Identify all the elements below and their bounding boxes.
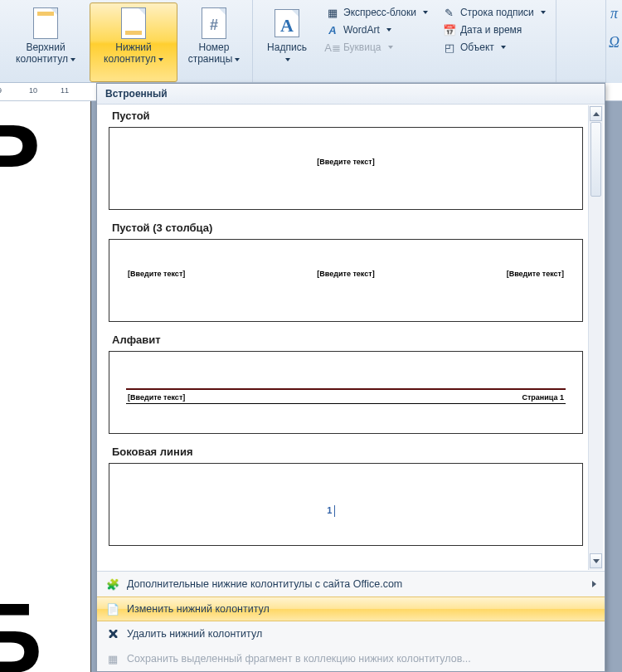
placeholder-text: [Введите текст] <box>317 270 374 311</box>
ruler-mark: 11 <box>61 86 69 95</box>
save-gallery-icon: ▦ <box>105 651 120 666</box>
textbox-button[interactable]: A Надпись <box>255 2 319 82</box>
chevron-down-icon <box>593 559 600 563</box>
decorative-line <box>126 403 566 404</box>
text-column-2: ✎ Строка подписи 📅 Дата и время ◰ Объект <box>436 2 554 82</box>
text-column-1: ▦ Экспресс-блоки A WordArt A≣ Буквица <box>319 2 436 82</box>
edit-footer-menu-item[interactable]: 📄 Изменить нижний колонтитул <box>97 597 605 621</box>
footer-gallery-dropdown: Встроенный Пустой [Введите текст] Пустой… <box>96 83 605 672</box>
object-icon: ◰ <box>443 41 456 54</box>
ruler-mark: 9 <box>0 86 2 95</box>
page-number-mark: 1 <box>327 505 335 517</box>
gallery-section-header: Встроенный <box>97 84 605 105</box>
page-label: Страница 1 <box>522 393 564 402</box>
signature-line-button[interactable]: ✎ Строка подписи <box>440 4 549 21</box>
document-icon: 📄 <box>105 601 120 616</box>
document-icon <box>119 7 148 40</box>
ribbon-group-text: A Надпись ▦ Экспресс-блоки A WordArt A≣ … <box>253 0 556 82</box>
chevron-down-icon <box>235 58 240 61</box>
placeholder-text: [Введите текст] <box>128 393 185 402</box>
hash-document-icon: # <box>200 7 228 40</box>
quick-parts-label: Экспресс-блоки <box>343 7 416 18</box>
gallery-preview: [Введите текст] Страница 1 <box>109 351 583 434</box>
document-text: Б <box>0 588 42 672</box>
gallery-item-sideline[interactable]: Боковая линия 1 <box>109 446 583 546</box>
gallery-item-empty-3col[interactable]: Пустой (3 столбца) [Введите текст] [Введ… <box>109 222 583 322</box>
gallery-item-title: Пустой (3 столбца) <box>112 222 583 234</box>
gallery-item-title: Алфавит <box>112 334 583 346</box>
ribbon-group-symbols: π Ω <box>605 0 622 83</box>
chevron-right-icon <box>592 581 596 587</box>
quick-parts-icon: ▦ <box>326 6 339 19</box>
quick-parts-button[interactable]: ▦ Экспресс-блоки <box>323 4 431 21</box>
document-page[interactable]: Ь Б <box>0 101 91 672</box>
gallery-body: Пустой [Введите текст] Пустой (3 столбца… <box>97 105 605 571</box>
gallery-item-empty[interactable]: Пустой [Введите текст] <box>109 110 583 210</box>
menu-item-label: Сохранить выделенный фрагмент в коллекци… <box>127 653 471 665</box>
menu-item-label: Удалить нижний колонтитул <box>127 628 262 640</box>
gallery-item-alphabet[interactable]: Алфавит [Введите текст] Страница 1 <box>109 334 583 434</box>
chevron-down-icon <box>158 58 163 61</box>
placeholder-text: [Введите текст] <box>317 158 374 199</box>
ribbon: Верхний колонтитул Нижний колонтитул # Н… <box>0 0 622 83</box>
placeholder-text: [Введите текст] <box>507 270 564 311</box>
scroll-thumb[interactable] <box>590 122 601 197</box>
dropcap-label: Буквица <box>343 41 381 53</box>
signature-icon: ✎ <box>443 6 456 19</box>
footer-button[interactable]: Нижний колонтитул <box>90 2 177 82</box>
decorative-line <box>126 388 566 390</box>
chevron-down-icon <box>388 46 393 49</box>
chevron-down-icon <box>423 11 428 14</box>
gallery-item-title: Боковая линия <box>112 446 583 458</box>
gallery-item-title: Пустой <box>112 110 583 122</box>
date-time-button[interactable]: 📅 Дата и время <box>440 22 549 38</box>
header-button-label-2: колонтитул <box>16 53 68 65</box>
delete-footer-menu-item[interactable]: 🗙 Удалить нижний колонтитул <box>97 621 605 646</box>
document-text: Ь <box>0 101 41 182</box>
page-number-button[interactable]: # Номер страницы <box>177 2 250 82</box>
wordart-label: WordArt <box>343 24 380 36</box>
date-time-label: Дата и время <box>460 24 522 36</box>
gallery-preview: [Введите текст] [Введите текст] [Введите… <box>109 239 583 322</box>
more-footers-menu-item[interactable]: 🧩 Дополнительные нижние колонтитулы с са… <box>97 572 605 597</box>
chevron-down-icon <box>285 58 290 61</box>
footer-button-label-1: Нижний <box>115 41 151 53</box>
pagenum-button-label-1: Номер <box>199 41 230 53</box>
wordart-button[interactable]: A WordArt <box>323 22 431 38</box>
calendar-icon: 📅 <box>443 23 456 37</box>
save-selection-menu-item: ▦ Сохранить выделенный фрагмент в коллек… <box>97 646 605 671</box>
scroll-down-button[interactable] <box>590 553 602 568</box>
chevron-down-icon <box>501 46 506 49</box>
gallery-footer: 🧩 Дополнительные нижние колонтитулы с са… <box>97 571 605 671</box>
equation-icon[interactable]: π <box>610 5 618 22</box>
document-icon <box>32 7 60 40</box>
chevron-up-icon <box>593 112 600 116</box>
textbox-icon: A <box>273 7 301 40</box>
signature-label: Строка подписи <box>460 7 534 18</box>
chevron-down-icon <box>386 28 391 32</box>
object-button[interactable]: ◰ Объект <box>440 39 549 56</box>
header-button-label-1: Верхний <box>26 41 65 53</box>
textbox-button-label: Надпись <box>267 41 307 53</box>
ribbon-group-header-footer: Верхний колонтитул Нижний колонтитул # Н… <box>0 0 253 82</box>
chevron-down-icon <box>70 58 75 61</box>
footer-button-label-2: колонтитул <box>104 53 156 65</box>
wordart-icon: A <box>326 23 339 37</box>
delete-icon: 🗙 <box>105 626 120 641</box>
menu-item-label: Дополнительные нижние колонтитулы с сайт… <box>127 578 402 590</box>
gallery-preview: 1 <box>109 463 583 546</box>
ruler-mark: 10 <box>29 86 37 95</box>
scrollbar[interactable] <box>588 105 603 570</box>
header-button[interactable]: Верхний колонтитул <box>2 2 90 82</box>
scroll-up-button[interactable] <box>590 106 602 121</box>
pagenum-button-label-2: страницы <box>188 53 233 65</box>
dropcap-button[interactable]: A≣ Буквица <box>323 39 431 56</box>
gallery-preview: [Введите текст] <box>109 127 583 210</box>
dropcap-icon: A≣ <box>326 41 339 54</box>
menu-item-label: Изменить нижний колонтитул <box>127 603 270 615</box>
placeholder-text: [Введите текст] <box>128 270 185 311</box>
symbol-icon[interactable]: Ω <box>609 34 620 51</box>
office-icon: 🧩 <box>105 577 120 592</box>
chevron-down-icon <box>541 11 546 14</box>
object-label: Объект <box>460 41 494 53</box>
